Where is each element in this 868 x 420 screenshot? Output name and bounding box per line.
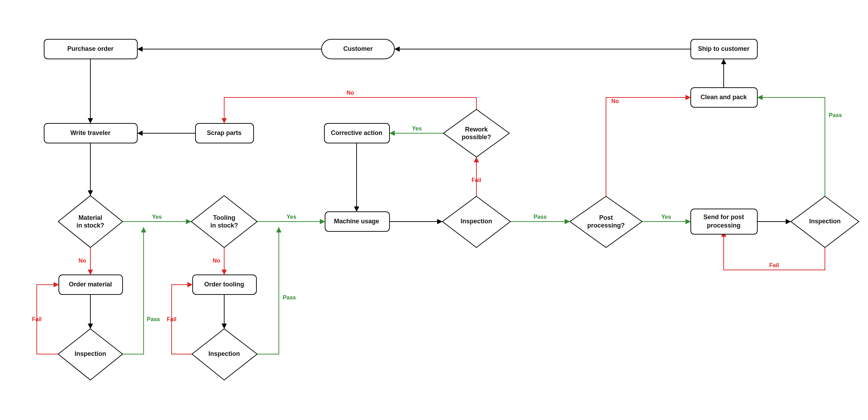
- node-post-processing-l2: processing?: [587, 222, 625, 229]
- node-post-processing-l1: Post: [599, 214, 613, 221]
- node-ship-to-customer: Ship to customer: [698, 45, 749, 52]
- edge-label-fail: Fail: [32, 316, 42, 322]
- edge-label-fail: Fail: [167, 316, 177, 322]
- node-material-in-stock-l1: Material: [78, 214, 102, 221]
- node-inspection-tool: Inspection: [208, 350, 240, 357]
- node-machine-usage: Machine usage: [334, 218, 379, 225]
- node-tooling-in-stock-l2: in stock?: [210, 222, 238, 229]
- edge-label-no: No: [213, 258, 220, 264]
- node-clean-and-pack: Clean and pack: [701, 94, 747, 101]
- edge-label-yes: Yes: [412, 126, 422, 131]
- flowchart: Yes No Fail Pass Yes No Fail Pass Pass F…: [0, 0, 868, 420]
- node-material-in-stock-l2: in stock?: [76, 222, 104, 229]
- node-send-for-post-l2: processing: [707, 222, 740, 229]
- node-inspection-post: Inspection: [809, 218, 841, 225]
- node-send-for-post-l1: Send for post: [703, 214, 744, 221]
- edge-label-yes: Yes: [287, 214, 296, 220]
- edge-label-pass: Pass: [147, 316, 160, 322]
- edge-label-yes: Yes: [152, 214, 162, 220]
- node-inspection-main: Inspection: [461, 218, 492, 225]
- edge-label-no: No: [78, 258, 86, 264]
- edge-label-fail: Fail: [471, 177, 481, 183]
- edge-label-pass: Pass: [829, 112, 842, 118]
- node-tooling-in-stock-l1: Tooling: [213, 214, 235, 221]
- node-customer: Customer: [343, 45, 373, 52]
- edge-label-pass: Pass: [533, 214, 546, 220]
- node-write-traveler: Write traveler: [70, 129, 111, 136]
- node-order-material: Order material: [69, 281, 112, 288]
- node-rework-possible-l2: possible?: [462, 134, 491, 141]
- edge-label-no: No: [611, 98, 619, 104]
- edge-label-fail: Fail: [769, 262, 779, 268]
- node-scrap-parts: Scrap parts: [207, 129, 241, 136]
- node-order-tooling: Order tooling: [204, 281, 244, 288]
- node-rework-possible-l1: Rework: [465, 126, 488, 133]
- node-corrective-action: Corrective action: [331, 129, 382, 136]
- node-purchase-order: Purchase order: [67, 45, 113, 52]
- edge-label-pass: Pass: [283, 294, 296, 300]
- node-inspection-mat: Inspection: [75, 350, 106, 357]
- edge-label-no: No: [346, 90, 354, 96]
- edge-label-yes: Yes: [661, 214, 671, 220]
